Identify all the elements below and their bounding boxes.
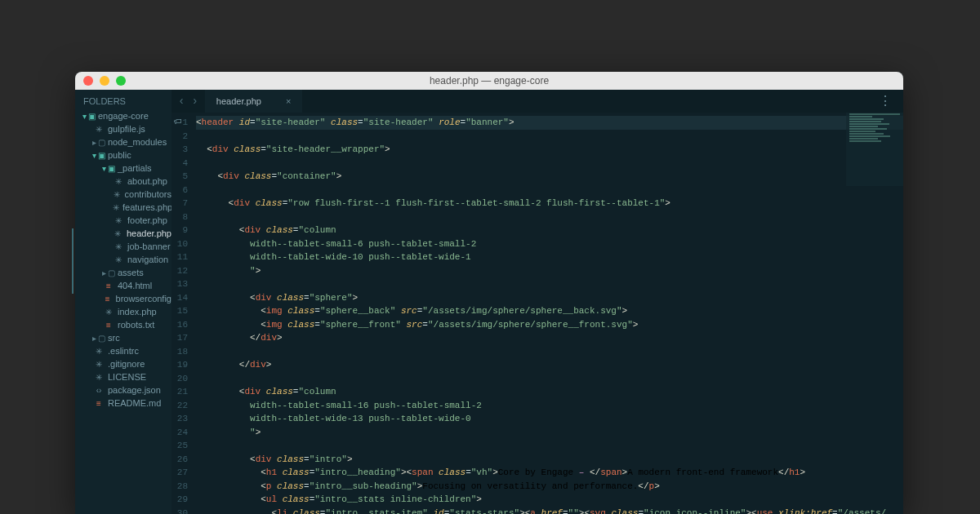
code-line[interactable]: width--tablet-small-16 push--tablet-smal… (196, 399, 903, 413)
tree-item[interactable]: ✳job-banner (75, 240, 172, 253)
tree-item[interactable]: ✳.eslintrc (75, 344, 172, 357)
tree-item-label: index.php (118, 307, 157, 317)
gear-icon: ✳ (93, 360, 105, 369)
tab-header-php[interactable]: header.php × (205, 90, 303, 113)
sidebar: FOLDERS ▾ ▣engage-core✳gulpfile.js▸ ▢nod… (75, 90, 172, 514)
code-line[interactable]: width--tablet-wide-10 push--tablet-wide-… (196, 250, 903, 264)
code-line[interactable]: <div class="site-header__wrapper"> (196, 143, 903, 157)
tab-close-icon[interactable]: × (286, 96, 291, 106)
code-line[interactable]: <div class="sphere"> (196, 291, 903, 305)
code-line[interactable]: <div class="container"> (196, 170, 903, 184)
code-line[interactable]: </div> (196, 331, 903, 345)
tree-item-label: public (108, 150, 131, 160)
code-line[interactable]: <p class="intro__sub-heading">Focusing o… (196, 480, 903, 494)
main-layout: FOLDERS ▾ ▣engage-core✳gulpfile.js▸ ▢nod… (75, 90, 903, 514)
code-line[interactable]: <div class="column (196, 385, 903, 399)
code-line[interactable] (196, 345, 903, 359)
folders-heading: FOLDERS (75, 90, 172, 109)
code-line[interactable]: <header id="site-header" class="site-hea… (196, 116, 903, 130)
folder-icon: ▸ ▢ (93, 334, 105, 343)
code-line[interactable] (196, 277, 903, 291)
nav-arrows: ‹ › (172, 95, 205, 108)
tree-item[interactable]: ✳gulpfile.js (75, 122, 172, 135)
window-edge-indicator (72, 228, 74, 294)
close-window-icon[interactable] (83, 76, 93, 86)
html-icon: ≡ (103, 281, 114, 290)
tree-item[interactable]: ✳contributors (75, 188, 172, 201)
more-menu-icon[interactable]: ⋮ (867, 93, 903, 109)
tab-bar: ‹ › header.php × ⋮ (172, 90, 903, 113)
gear-icon: ✳ (93, 347, 105, 356)
html-icon: ≡ (93, 399, 105, 408)
folder-icon: ▸ ▢ (103, 268, 114, 277)
tree-item[interactable]: ✳header.php (75, 227, 172, 240)
tree-item[interactable]: ▾ ▣public (75, 148, 172, 162)
tree-item-label: node_modules (108, 137, 167, 147)
tree-item[interactable]: ✳index.php (75, 305, 172, 318)
tree-item-label: 404.html (118, 281, 152, 290)
tree-item[interactable]: ‹›package.json (75, 383, 172, 397)
code-line[interactable]: <div class="row flush-first--1 flush-fir… (196, 197, 903, 210)
tree-item[interactable]: ✳features.php (75, 201, 172, 214)
tab-label: header.php (216, 96, 261, 106)
editor-area: ‹ › header.php × ⋮ 🏷 1234567891011121314… (172, 90, 903, 514)
gear-icon: ✳ (113, 255, 124, 264)
tree-item[interactable]: ▾ ▣_partials (75, 162, 172, 175)
html-icon: ≡ (103, 321, 114, 330)
code-line[interactable]: <ul class="intro__stats inline-children"… (196, 493, 903, 507)
gear-icon: ✳ (113, 190, 122, 199)
code-line[interactable] (196, 184, 903, 197)
nav-back-icon[interactable]: ‹ (178, 95, 185, 108)
code-line[interactable]: <img class="sphere__front" src="/assets/… (196, 318, 903, 332)
maximize-window-icon[interactable] (116, 76, 126, 86)
folder-open-icon: ▾ ▣ (103, 164, 114, 173)
code-line[interactable]: "> (196, 264, 903, 278)
code-line[interactable] (196, 210, 903, 224)
tree-item[interactable]: ≡README.md (75, 397, 172, 410)
code-line[interactable] (196, 157, 903, 171)
tree-item-label: contributors (125, 189, 172, 199)
tree-item[interactable]: ▸ ▢assets (75, 266, 172, 279)
code-line[interactable] (196, 439, 903, 453)
code-line[interactable]: <div class="column (196, 224, 903, 237)
tree-item-label: header.php (127, 228, 172, 238)
traffic-lights (75, 76, 126, 86)
tree-item-label: browserconfig (116, 294, 172, 304)
titlebar[interactable]: header.php — engage-core (75, 72, 903, 90)
tree-item[interactable]: ▸ ▢src (75, 331, 172, 344)
code-line[interactable]: <h1 class="intro__heading"><span class="… (196, 466, 903, 480)
minimap[interactable] (846, 113, 903, 186)
code-line[interactable] (196, 130, 903, 144)
tree-item[interactable]: ✳.gitignore (75, 357, 172, 370)
tree-item[interactable]: ▾ ▣engage-core (75, 109, 172, 122)
nav-forward-icon[interactable]: › (191, 95, 198, 108)
code-line[interactable]: <img class="sphere__back" src="/assets/i… (196, 304, 903, 318)
tree-item[interactable]: ≡robots.txt (75, 318, 172, 331)
minimize-window-icon[interactable] (100, 76, 109, 86)
tree-item-label: robots.txt (118, 320, 154, 330)
code-icon: ‹› (93, 386, 105, 395)
code-line[interactable]: width--tablet-small-6 push--tablet-small… (196, 237, 903, 251)
gear-icon: ✳ (113, 216, 124, 225)
code-line[interactable]: <li class="intro__stats-item" id="stats-… (196, 507, 903, 515)
tree-item-label: navigation (127, 255, 168, 264)
tree-item[interactable]: ✳navigation (75, 253, 172, 266)
code-line[interactable]: </div> (196, 358, 903, 372)
tree-item[interactable]: ▸ ▢node_modules (75, 135, 172, 148)
code-editor[interactable]: 🏷 12345678910111213141516171819202122232… (172, 113, 903, 514)
editor-window: header.php — engage-core FOLDERS ▾ ▣enga… (75, 72, 903, 514)
bookmark-icon[interactable]: 🏷 (172, 116, 185, 127)
code-line[interactable]: "> (196, 426, 903, 440)
tree-item[interactable]: ≡404.html (75, 279, 172, 292)
code-line[interactable]: width--tablet-wide-13 push--tablet-wide-… (196, 412, 903, 426)
code-line[interactable]: <div class="intro"> (196, 453, 903, 467)
gear-icon: ✳ (113, 242, 124, 251)
tree-item-label: LICENSE (108, 372, 146, 382)
tree-item-label: footer.php (127, 215, 167, 225)
tree-item[interactable]: ≡browserconfig (75, 292, 172, 305)
code-line[interactable] (196, 372, 903, 386)
code-content[interactable]: <header id="site-header" class="site-hea… (194, 113, 903, 514)
tree-item[interactable]: ✳LICENSE (75, 370, 172, 383)
tree-item[interactable]: ✳footer.php (75, 214, 172, 227)
tree-item[interactable]: ✳about.php (75, 175, 172, 188)
